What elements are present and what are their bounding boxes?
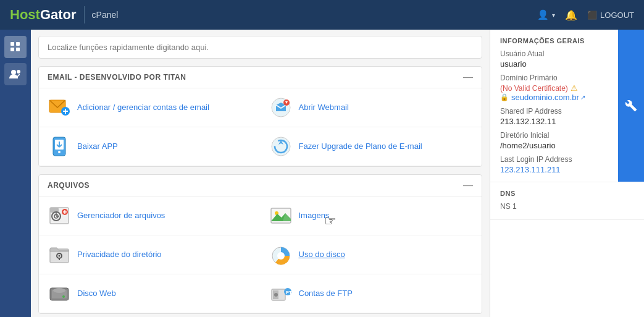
primary-domain-row: (No Valid Certificate) ⚠ xyxy=(500,83,608,93)
upgrade-email-item[interactable]: Fazer Upgrade de Plano de E-mail xyxy=(261,127,482,166)
dir-privacy-item[interactable]: Privacidade do diretório xyxy=(39,235,261,274)
user-dropdown-icon: ▾ xyxy=(552,12,555,19)
domain-warning-text: (No Valid Certificate) xyxy=(500,84,568,93)
dir-privacy-label: Privacidade do diretório xyxy=(77,250,162,260)
user-menu[interactable]: 👤 ▾ xyxy=(537,9,555,20)
svg-point-41 xyxy=(277,252,285,260)
svg-point-16 xyxy=(58,151,61,153)
last-login-value: 123.213.111.211 xyxy=(500,165,608,174)
last-login-label: Last Login IP Address xyxy=(500,155,608,164)
web-disk-icon xyxy=(48,282,71,305)
svg-point-48 xyxy=(274,293,278,297)
dns-section: DNS NS 1 xyxy=(490,182,644,220)
webmail-icon xyxy=(269,96,293,119)
ftp-icon: FTP xyxy=(269,282,293,305)
logo: HostGator xyxy=(10,7,77,23)
primary-domain-label: Domínio Primário xyxy=(500,74,608,82)
email-add-label: Adicionar / gerenciar contas de email xyxy=(77,103,209,113)
sidebar-grid-icon[interactable] xyxy=(4,36,27,58)
file-manager-item[interactable]: Gerenciador de arquivos xyxy=(39,197,261,235)
user-icon: 👤 xyxy=(537,9,549,20)
main-content: EMAIL - DESENVOLVIDO POR TITAN — xyxy=(31,30,490,317)
images-item[interactable]: Imagens xyxy=(261,197,482,235)
right-panel: INFORMAÇÕES GERAIS Usuário Atual usuario… xyxy=(490,30,644,317)
ns1-label: NS 1 xyxy=(500,202,634,211)
email-section-header: EMAIL - DESENVOLVIDO POR TITAN — xyxy=(39,67,482,88)
shared-ip-label: Shared IP Address xyxy=(500,107,608,116)
webmail-item[interactable]: Abrir Webmail xyxy=(261,88,482,127)
svg-point-4 xyxy=(11,70,16,75)
email-add-item[interactable]: Adicionar / gerenciar contas de email xyxy=(39,88,261,127)
web-disk-label: Disco Web xyxy=(77,289,116,299)
svg-point-44 xyxy=(53,288,65,293)
email-section-items: Adicionar / gerenciar contas de email A xyxy=(39,88,482,166)
sidebar-icons xyxy=(0,30,31,317)
shared-ip-value: 213.132.132.11 xyxy=(500,117,608,126)
home-dir-value: /home2/usuario xyxy=(500,141,608,150)
warning-icon: ⚠ xyxy=(571,83,578,93)
web-disk-item[interactable]: Disco Web xyxy=(39,274,261,313)
right-panel-top: INFORMAÇÕES GERAIS Usuário Atual usuario… xyxy=(490,30,644,182)
header-right: 👤 ▾ 🔔 ⬛ LOGOUT xyxy=(537,9,634,21)
home-dir-label: Diretório Inicial xyxy=(500,131,608,140)
ftp-label: Contas de FTP xyxy=(299,289,353,299)
disk-usage-icon xyxy=(269,243,293,266)
files-section: ARQUIVOS — xyxy=(38,174,482,314)
svg-rect-1 xyxy=(16,42,20,46)
header-divider xyxy=(84,6,85,23)
primary-domain-link[interactable]: seudominio.com.br ↗ xyxy=(511,93,585,102)
svg-text:FTP: FTP xyxy=(286,290,293,295)
email-section-title: EMAIL - DESENVOLVIDO POR TITAN xyxy=(48,73,186,82)
files-section-items: Gerenciador de arquivos Imagens xyxy=(39,197,482,313)
header-left: HostGator cPanel xyxy=(10,6,118,23)
bell-icon[interactable]: 🔔 xyxy=(565,9,577,21)
svg-rect-0 xyxy=(10,42,14,46)
logout-button[interactable]: ⬛ LOGOUT xyxy=(587,11,634,20)
upgrade-email-label: Fazer Upgrade de Plano de E-mail xyxy=(299,142,422,152)
disk-usage-label: Uso do disco xyxy=(299,250,345,260)
domain-link-row: 🔒 seudominio.com.br ↗ xyxy=(500,93,608,102)
header: HostGator cPanel 👤 ▾ 🔔 ⬛ LOGOUT xyxy=(0,0,644,30)
sidebar-users-icon[interactable] xyxy=(4,63,27,85)
images-icon xyxy=(269,204,293,227)
webmail-label: Abrir Webmail xyxy=(299,103,349,113)
file-manager-label: Gerenciador de arquivos xyxy=(77,211,165,221)
files-section-header: ARQUIVOS — xyxy=(39,175,482,197)
email-section-toggle[interactable]: — xyxy=(463,72,473,83)
wrench-button[interactable] xyxy=(618,30,644,182)
general-info-title: INFORMAÇÕES GERAIS xyxy=(500,37,608,44)
svg-rect-3 xyxy=(16,48,20,51)
ftp-item[interactable]: FTP Contas de FTP xyxy=(261,274,482,313)
svg-point-45 xyxy=(62,295,65,298)
external-link-icon: ↗ xyxy=(580,94,585,101)
search-input[interactable] xyxy=(38,36,482,59)
svg-point-38 xyxy=(59,255,61,257)
files-section-title: ARQUIVOS xyxy=(48,181,90,190)
disk-usage-item[interactable]: Uso do disco xyxy=(261,235,482,274)
dir-privacy-icon xyxy=(48,243,71,266)
email-add-icon xyxy=(48,96,71,119)
download-app-icon xyxy=(48,135,71,158)
download-app-label: Baixar APP xyxy=(77,142,118,152)
app-name: cPanel xyxy=(92,10,119,20)
logout-icon: ⬛ xyxy=(587,11,597,20)
upgrade-email-icon xyxy=(269,135,293,158)
file-manager-icon xyxy=(48,204,71,227)
download-app-item[interactable]: Baixar APP xyxy=(39,127,261,166)
images-label: Imagens xyxy=(299,211,330,221)
svg-rect-2 xyxy=(10,48,14,51)
files-section-toggle[interactable]: — xyxy=(463,180,473,191)
email-section: EMAIL - DESENVOLVIDO POR TITAN — xyxy=(38,66,482,167)
svg-point-5 xyxy=(17,70,20,74)
current-user-label: Usuário Atual xyxy=(500,49,608,58)
main-layout: EMAIL - DESENVOLVIDO POR TITAN — xyxy=(0,30,644,317)
current-user-value: usuario xyxy=(500,59,608,69)
dns-title: DNS xyxy=(500,190,634,197)
lock-icon: 🔒 xyxy=(500,93,509,101)
general-info: INFORMAÇÕES GERAIS Usuário Atual usuario… xyxy=(490,30,618,182)
